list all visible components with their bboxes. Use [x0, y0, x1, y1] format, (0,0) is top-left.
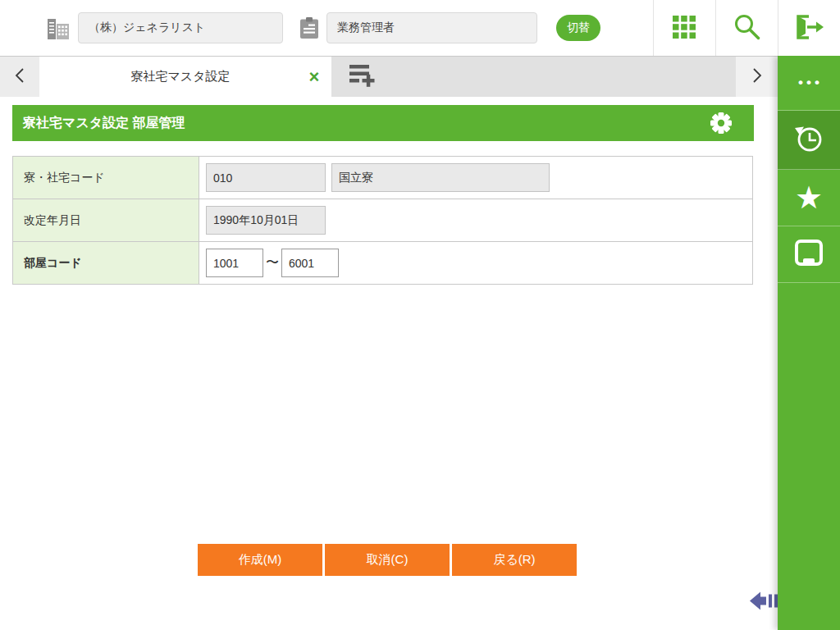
role-input[interactable] [326, 12, 537, 43]
chevron-left-icon [15, 67, 25, 86]
clipboard-icon [300, 17, 318, 42]
search-icon [733, 13, 760, 43]
collapse-panel-icon[interactable] [750, 590, 779, 615]
app-window: 切替 [0, 0, 840, 630]
sidebar-favorites-button[interactable]: ★ [778, 170, 840, 226]
dorm-code-label: 寮・社宅コード [13, 157, 199, 199]
tab-active[interactable]: 寮社宅マスタ設定 × [39, 57, 331, 97]
search-button[interactable] [715, 0, 778, 56]
top-header: 切替 [0, 0, 840, 56]
sidebar-more-button[interactable]: ••• [778, 56, 840, 111]
logout-icon [793, 14, 824, 43]
star-icon: ★ [795, 182, 823, 213]
apps-grid-icon [673, 16, 696, 41]
company-building-icon [48, 16, 70, 43]
gear-icon [710, 125, 733, 137]
page-title: 寮社宅マスタ設定 部屋管理 [23, 116, 185, 130]
range-separator: 〜 [263, 254, 281, 272]
form-row-room-code: 部屋コード 〜 [13, 242, 752, 285]
dorm-code-input [206, 163, 326, 192]
sidebar-tray-button[interactable] [778, 226, 840, 283]
page-title-bar: 寮社宅マスタ設定 部屋管理 [12, 105, 754, 141]
logout-button[interactable] [778, 0, 840, 56]
room-code-from-input[interactable] [206, 249, 263, 277]
sidebar-history-button[interactable] [778, 111, 840, 170]
room-code-to-input[interactable] [281, 249, 339, 277]
tray-icon [794, 239, 824, 270]
tab-label: 寮社宅マスタ設定 [39, 69, 297, 84]
form-row-revision-date: 改定年月日 [13, 199, 752, 242]
apps-grid-button[interactable] [653, 0, 715, 56]
form-table: 寮・社宅コード 改定年月日 部屋コード 〜 [12, 156, 753, 285]
more-dots-icon: ••• [795, 75, 823, 91]
revision-date-label: 改定年月日 [13, 199, 199, 241]
revision-date-input [206, 206, 326, 235]
tab-bar: 寮社宅マスタ設定 × [0, 56, 778, 97]
switch-button[interactable]: 切替 [556, 15, 600, 41]
tab-scroll-left-button[interactable] [0, 57, 39, 97]
cancel-button[interactable]: 取消(C) [325, 544, 450, 576]
tab-close-icon[interactable]: × [297, 57, 331, 97]
settings-gear-button[interactable] [710, 112, 733, 135]
room-code-label: 部屋コード [13, 242, 199, 284]
dorm-name-input [331, 163, 550, 192]
company-input[interactable] [78, 12, 283, 43]
back-button[interactable]: 戻る(R) [452, 544, 577, 576]
history-clock-icon [792, 122, 825, 158]
add-tab-button[interactable] [349, 64, 377, 91]
create-button[interactable]: 作成(M) [198, 544, 322, 576]
add-tab-icon [349, 79, 377, 91]
form-row-dorm-code: 寮・社宅コード [13, 157, 752, 199]
tab-strip [331, 57, 736, 97]
tab-scroll-right-button[interactable] [736, 57, 778, 97]
right-sidebar: ••• ★ [778, 56, 840, 630]
chevron-right-icon [752, 67, 762, 86]
